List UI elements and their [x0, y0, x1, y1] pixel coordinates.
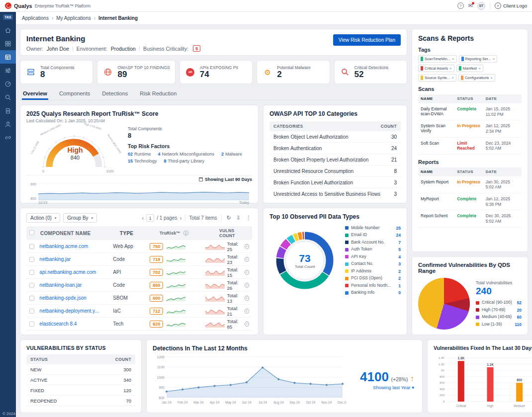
x-tick: 11/19 — [38, 200, 47, 205]
component-link[interactable]: netbanking-loan.jar — [39, 282, 113, 288]
trend-sparkline — [166, 243, 186, 250]
report-name[interactable]: Report Schent — [421, 213, 457, 218]
sidebar-item-dial[interactable] — [0, 77, 16, 90]
user-icon — [4, 121, 11, 128]
sidebar-item-documents[interactable] — [0, 104, 16, 117]
tab-risk-reduction[interactable]: Risk Reduction — [139, 88, 177, 100]
info-icon: i — [245, 296, 249, 301]
qds-total-value: 240 — [476, 286, 522, 297]
chevron-down-icon: ▾ — [91, 216, 93, 220]
pii-legend: Mobile Number25Email ID24Bank Account No… — [345, 226, 401, 296]
sidebar-item-filters[interactable] — [0, 64, 16, 77]
sidebar-item-users[interactable] — [0, 117, 16, 131]
sliders-icon — [4, 67, 11, 74]
y-tick: 900 — [26, 182, 36, 186]
svg-text:200: 200 — [440, 394, 445, 397]
view-risk-reduction-plan-button[interactable]: View Risk Reduction Plan — [333, 34, 401, 46]
sidebar-item-search[interactable] — [0, 90, 16, 104]
column-header: COUNT — [115, 357, 131, 362]
sidebar-item-modules[interactable] — [0, 37, 16, 50]
table-row: netbanking-loan.jarCode650Total: 26i — [26, 279, 252, 292]
close-icon[interactable]: × — [451, 76, 454, 80]
vulns-sparkline — [205, 255, 224, 263]
page-number[interactable]: 1 — [146, 214, 154, 222]
qualys-logo-icon — [5, 2, 11, 9]
scan-name[interactable]: Daily External scan-DVWA — [421, 106, 457, 116]
sidebar-item-applications[interactable] — [0, 50, 16, 64]
row-checkbox[interactable] — [29, 270, 34, 275]
table-row: netbanking-deployment.y...IaC712Total: 2… — [26, 305, 252, 318]
sidebar-item-integrations[interactable] — [0, 131, 16, 144]
pii-title: Top 10 Observed PII Data Types — [269, 213, 401, 220]
info-icon: i — [245, 283, 249, 288]
breadcrumb-applications[interactable]: Applications — [22, 15, 49, 21]
column-header: COUNT — [381, 124, 397, 129]
svg-text:May 24: May 24 — [225, 401, 236, 405]
detections-delta: (+28%) — [391, 376, 408, 382]
platform-name: Enterprise TruRisk™ Platform — [35, 3, 90, 8]
showing-last-year-link[interactable]: Showing last Year ▾ — [373, 385, 414, 390]
legend-item: High (70-89)20 — [476, 308, 522, 313]
info-icon: i — [245, 309, 249, 314]
status-badge: Complete — [457, 106, 486, 111]
close-icon[interactable]: × — [449, 66, 452, 71]
action-dropdown[interactable]: Action (0)▾ — [26, 213, 60, 223]
components-icon — [25, 68, 36, 77]
tab-detections[interactable]: Detections — [101, 88, 129, 100]
avatar[interactable]: ST — [477, 2, 485, 10]
svg-text:Jun 24: Jun 24 — [242, 401, 252, 404]
scan-name[interactable]: Soft Scan — [421, 141, 457, 146]
tab-overview[interactable]: Overview — [22, 88, 48, 100]
download-icon[interactable]: ⇩ — [235, 215, 242, 221]
environment-value: Production — [111, 46, 136, 52]
row-checkbox[interactable] — [29, 283, 34, 288]
row-checkbox[interactable] — [29, 309, 34, 314]
svg-text:Medium: Medium — [514, 404, 525, 408]
detections-title: Detections In The Last 12 Months — [153, 345, 416, 352]
info-icon: i — [245, 322, 249, 327]
vulns-by-status-card: VULNERABILITIES BY STATUS STATUSCOUNT NE… — [20, 339, 142, 413]
globe-icon — [102, 68, 113, 77]
report-name[interactable]: System Report — [421, 179, 457, 184]
row-checkbox[interactable] — [29, 322, 34, 327]
close-icon[interactable]: × — [493, 57, 495, 61]
breadcrumb-my-applications[interactable]: My Applications — [56, 15, 90, 21]
kpi-value: 74 — [200, 70, 238, 80]
svg-text:1.1K: 1.1K — [487, 363, 494, 366]
component-link[interactable]: netbanking-deployment.y... — [39, 308, 113, 314]
component-link[interactable]: api.netbanking.acme.com — [39, 269, 113, 275]
row-checkbox[interactable] — [29, 244, 34, 249]
component-link[interactable]: elasticsearch 8.4 — [39, 321, 113, 327]
scan-name[interactable]: System Scan Verify — [421, 123, 457, 133]
tags-label: Tags — [418, 47, 522, 53]
column-header: VULNS COUNT — [219, 228, 249, 238]
page-title: Internet Banking — [26, 34, 200, 43]
tab-components[interactable]: Components — [58, 88, 91, 100]
kebab-menu-icon[interactable]: ⋮ — [245, 215, 252, 221]
group-by-dropdown[interactable]: Group By▾ — [63, 213, 97, 223]
close-icon[interactable]: × — [452, 57, 454, 61]
help-icon[interactable]: ? — [457, 2, 464, 9]
trend-range-selector[interactable]: Showing Last 90 Days — [26, 177, 252, 182]
report-name[interactable]: MyReport — [421, 196, 457, 201]
svg-text:1.2K: 1.2K — [439, 363, 444, 366]
component-link[interactable]: netbanking-spdx.json — [39, 295, 113, 301]
vulns-sparkline — [205, 307, 224, 315]
sidebar-item-home[interactable] — [0, 23, 16, 37]
row-checkbox[interactable] — [29, 296, 34, 301]
close-icon[interactable]: × — [490, 76, 493, 80]
notifications-mail-icon[interactable]: ✉ — [468, 3, 473, 8]
component-link[interactable]: netbanking.acme.com — [39, 244, 113, 249]
close-icon[interactable]: × — [478, 66, 481, 71]
legend-item: Email ID24 — [345, 233, 401, 238]
prev-page-button[interactable]: ‹ — [142, 215, 144, 222]
next-page-button[interactable]: › — [179, 215, 181, 222]
refresh-icon[interactable]: ↻ — [226, 215, 232, 221]
table-row: netbanking.acme.comWeb App750Total: 25i — [26, 240, 252, 253]
row-checkbox[interactable] — [29, 257, 34, 262]
risk-factors: 02Runtime 4Network Misconfigurations 2Ma… — [128, 152, 252, 164]
trend-sparkline — [166, 269, 186, 276]
component-link[interactable]: netbanking.jar — [39, 256, 113, 262]
select-all-checkbox[interactable] — [29, 230, 34, 235]
sidebar: TAS — [0, 12, 16, 417]
